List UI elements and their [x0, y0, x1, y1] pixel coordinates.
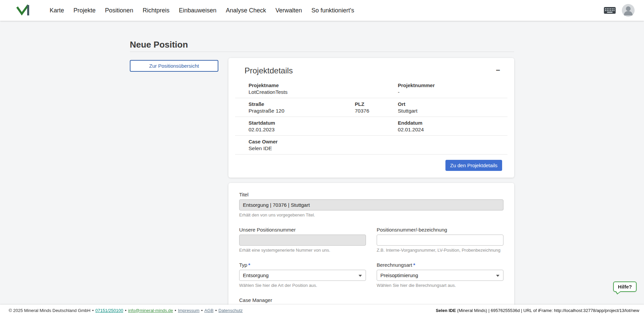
positionsnummer-bezeichnung-helper: Z.B. Interne-Vorgangsnummer, LV-Position…: [377, 248, 503, 253]
position-number-row: Unsere Positionsnummer Erhält eine syste…: [239, 227, 503, 253]
case-manager-label: Case Manager: [239, 297, 503, 303]
footer-session-info: Selen IDE (Mineral Minds) | 69576255536d…: [436, 308, 639, 313]
separator: •: [215, 308, 217, 313]
required-asterisk: *: [248, 262, 250, 268]
field-ort: Ort Stuttgart: [394, 98, 507, 117]
main-navigation: Karte Projekte Positionen Richtpreis Ein…: [48, 5, 604, 16]
unsere-positionsnummer-input: [239, 235, 366, 246]
nav-item-projekte[interactable]: Projekte: [72, 5, 97, 16]
typ-group: Typ* Entsorgung Wählen Sie hier die Art …: [239, 262, 366, 288]
unsere-positionsnummer-helper: Erhält eine systemgenerierte Nummer von …: [239, 248, 366, 253]
footer-left: © 2025 Mineral Minds Deutschland GmbH • …: [9, 308, 243, 313]
typ-select[interactable]: Entsorgung: [239, 270, 366, 281]
field-case-owner: Case Owner Selen IDE: [235, 136, 507, 154]
nav-item-richtpreis[interactable]: Richtpreis: [141, 5, 171, 16]
footer-impressum-link[interactable]: Impressum: [178, 308, 199, 313]
project-details-card: Projektdetails − Projektname LotCreation…: [228, 58, 514, 178]
nav-item-positionen[interactable]: Positionen: [104, 5, 135, 16]
mineral-minds-logo-icon: [15, 3, 30, 18]
positionsnummer-bezeichnung-group: Positionsnummer/-bezeichnung Z.B. Intern…: [377, 227, 503, 253]
titel-helper: Erhält den von uns vorgegebenen Titel.: [239, 212, 503, 217]
table-row: Projektname LotCreationTests Projektnumm…: [235, 79, 507, 98]
type-calculation-row: Typ* Entsorgung Wählen Sie hier die Art …: [239, 262, 503, 288]
nav-item-verwalten[interactable]: Verwalten: [274, 5, 303, 16]
footer-phone-link[interactable]: 07151/250100: [95, 308, 123, 313]
keyboard-icon[interactable]: [604, 7, 616, 14]
separator: •: [175, 308, 176, 313]
project-details-table: Projektname LotCreationTests Projektnumm…: [235, 79, 507, 154]
help-button[interactable]: Hilfe?: [613, 281, 637, 292]
field-startdatum: Startdatum 02.01.2023: [235, 117, 394, 135]
page-title: Neue Position: [130, 40, 514, 50]
footer-user-name: Selen IDE: [436, 308, 456, 313]
required-asterisk: *: [413, 262, 415, 268]
back-to-positions-button[interactable]: Zur Positionsübersicht: [130, 60, 218, 72]
top-navbar: Karte Projekte Positionen Richtpreis Ein…: [0, 0, 644, 21]
titel-field-group: Titel Erhält den von uns vorgegebenen Ti…: [239, 192, 503, 217]
nav-item-so-funktionierts[interactable]: So funktioniert's: [310, 5, 356, 16]
footer-session-text: (Mineral Minds) | 69576255536d | URL of …: [457, 308, 639, 313]
new-position-form-card: Titel Erhält den von uns vorgegebenen Ti…: [228, 183, 514, 316]
table-row: Startdatum 02.01.2023 Enddatum 02.01.202…: [235, 117, 507, 136]
field-projektname: Projektname LotCreationTests: [235, 79, 394, 98]
footer-email-link[interactable]: info@mineral-minds.de: [128, 308, 173, 313]
unsere-positionsnummer-label: Unsere Positionsnummer: [239, 227, 366, 233]
positionsnummer-bezeichnung-input[interactable]: [377, 235, 503, 246]
nav-item-karte[interactable]: Karte: [48, 5, 65, 16]
table-row: Case Owner Selen IDE: [235, 136, 507, 154]
right-column: Projektdetails − Projektname LotCreation…: [228, 58, 514, 316]
brand-logo[interactable]: [15, 3, 30, 18]
positionsnummer-bezeichnung-label: Positionsnummer/-bezeichnung: [377, 227, 503, 233]
copyright-text: © 2025 Mineral Minds Deutschland GmbH: [9, 308, 91, 313]
collapse-icon[interactable]: −: [493, 66, 503, 75]
footer-agb-link[interactable]: AGB: [204, 308, 213, 313]
titel-label: Titel: [239, 192, 503, 197]
title-divider: [130, 52, 514, 52]
titel-input: [239, 199, 503, 210]
field-strasse: Straße Pragstraße 120: [235, 98, 352, 117]
nav-item-einbauweisen[interactable]: Einbauweisen: [177, 5, 218, 16]
separator: •: [201, 308, 203, 313]
separator: •: [92, 308, 94, 313]
project-card-title: Projektdetails: [245, 66, 293, 75]
main-content: Neue Position Zur Positionsübersicht Pro…: [130, 21, 514, 316]
unsere-positionsnummer-group: Unsere Positionsnummer Erhält eine syste…: [239, 227, 366, 253]
berechnungsart-group: Berechnungsart* Preisoptimierung Wählen …: [377, 262, 503, 288]
field-projektnummer: Projektnummer -: [394, 79, 507, 98]
footer: © 2025 Mineral Minds Deutschland GmbH • …: [0, 305, 644, 316]
navbar-right: [604, 4, 635, 17]
field-enddatum: Enddatum 02.01.2024: [394, 117, 507, 135]
left-column: Zur Positionsübersicht: [130, 58, 228, 72]
user-avatar-icon[interactable]: [622, 4, 635, 17]
berechnungsart-helper: Wählen Sie hier die Berechnungsart aus.: [377, 283, 503, 288]
project-details-button[interactable]: Zu den Projektdetails: [445, 160, 502, 171]
berechnungsart-label: Berechnungsart*: [377, 262, 503, 268]
typ-label: Typ*: [239, 262, 366, 268]
field-plz: PLZ 70376: [352, 98, 394, 117]
berechnungsart-select[interactable]: Preisoptimierung: [377, 270, 503, 281]
separator: •: [125, 308, 126, 313]
nav-item-analyse-check[interactable]: Analyse Check: [224, 5, 267, 16]
footer-datenschutz-link[interactable]: Datenschutz: [218, 308, 243, 313]
typ-helper: Wählen Sie hier die Art der Position aus…: [239, 283, 366, 288]
table-row: Straße Pragstraße 120 PLZ 70376 Ort Stut…: [235, 98, 507, 117]
